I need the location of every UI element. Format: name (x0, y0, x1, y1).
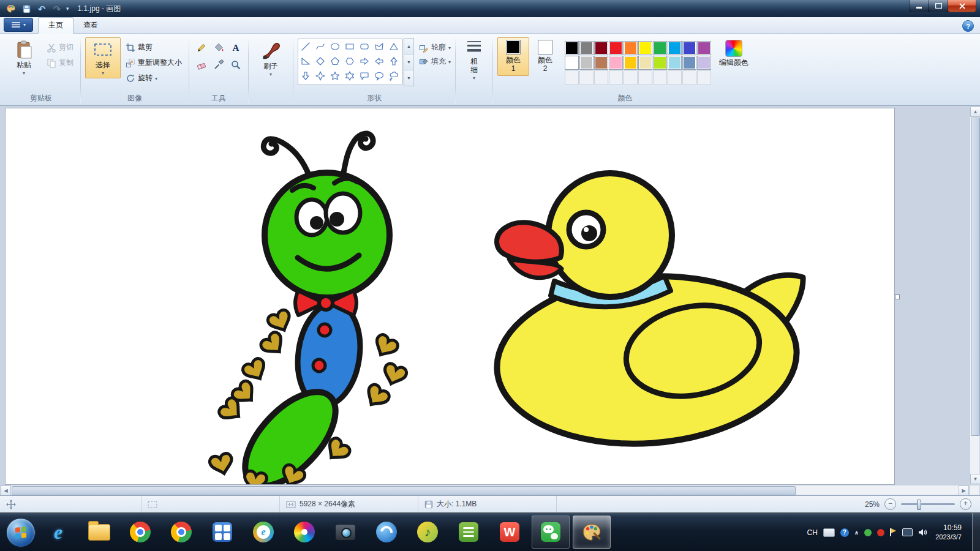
palette-swatch[interactable] (609, 56, 623, 70)
canvas-resize-handle-right[interactable] (895, 294, 900, 299)
scroll-up-icon[interactable]: ▲ (970, 107, 980, 117)
application-menu-button[interactable]: ▾ (4, 18, 33, 32)
shape-callout-cloud[interactable] (386, 69, 401, 83)
shape-rectangle[interactable] (342, 39, 357, 54)
shape-arrow-left[interactable] (372, 54, 386, 69)
taskbar-paint-icon[interactable] (573, 515, 611, 549)
palette-empty-slot[interactable] (579, 70, 594, 84)
tab-home[interactable]: 主页 (38, 17, 74, 34)
palette-empty-slot[interactable] (609, 70, 623, 84)
zoom-slider-thumb[interactable] (917, 500, 921, 510)
palette-swatch[interactable] (697, 41, 711, 55)
zoom-slider[interactable] (901, 503, 955, 505)
shape-line[interactable] (298, 39, 313, 54)
palette-swatch[interactable] (609, 41, 623, 55)
palette-swatch[interactable] (579, 41, 594, 55)
size-button[interactable]: 粗细 ▾ (460, 37, 488, 83)
palette-swatch[interactable] (697, 56, 711, 70)
shape-curve[interactable] (313, 39, 328, 54)
eraser-tool-button[interactable] (194, 57, 209, 73)
shape-star-5[interactable] (328, 69, 342, 83)
shape-fill-button[interactable]: 填充 ▾ (419, 56, 451, 67)
taskbar-camera-app-icon[interactable] (326, 515, 364, 549)
palette-swatch[interactable] (579, 56, 594, 70)
palette-empty-slot[interactable] (565, 70, 579, 84)
scroll-left-icon[interactable]: ◀ (1, 485, 11, 496)
tab-view[interactable]: 查看 (74, 18, 108, 33)
palette-swatch[interactable] (565, 41, 579, 55)
resize-button[interactable]: 重新调整大小 (123, 56, 184, 69)
cut-button[interactable]: 剪切 (44, 41, 76, 54)
zoom-out-button[interactable]: − (884, 498, 896, 510)
outline-button[interactable]: 轮廓 ▾ (419, 42, 451, 53)
palette-swatch[interactable] (668, 56, 682, 70)
taskbar-chrome-icon[interactable] (121, 515, 159, 549)
taskbar-wps-office-icon[interactable]: W (491, 515, 529, 549)
palette-swatch[interactable] (594, 56, 608, 70)
help-icon[interactable]: ? (962, 20, 974, 32)
palette-swatch[interactable] (653, 56, 667, 70)
shape-arrow-right[interactable] (357, 54, 372, 69)
keyboard-icon[interactable] (823, 528, 835, 537)
clock[interactable]: 10:59 2023/3/7 (935, 523, 962, 542)
shape-diamond[interactable] (313, 54, 328, 69)
edit-colors-button[interactable]: 编辑颜色 (715, 37, 753, 70)
taskbar-internet-explorer-icon[interactable]: e (39, 515, 77, 549)
shape-arrow-down[interactable] (298, 69, 313, 83)
palette-swatch[interactable] (594, 41, 608, 55)
taskbar-blue-tiles-app-icon[interactable] (203, 515, 241, 549)
horizontal-scrollbar[interactable]: ◀ ▶ (0, 485, 970, 495)
palette-empty-slot[interactable] (624, 70, 638, 84)
language-indicator[interactable]: CH (807, 528, 818, 537)
palette-empty-slot[interactable] (594, 70, 608, 84)
palette-swatch[interactable] (638, 41, 652, 55)
palette-empty-slot[interactable] (697, 70, 711, 84)
select-button[interactable]: 选择 ▾ (85, 37, 121, 78)
ime-help-icon[interactable]: ? (840, 528, 849, 537)
save-button[interactable] (20, 2, 32, 15)
shape-hexagon[interactable] (342, 54, 357, 69)
shape-pentagon[interactable] (328, 54, 342, 69)
shape-polygon[interactable] (372, 39, 386, 54)
magnifier-tool-button[interactable] (228, 57, 244, 73)
shape-callout-rounded[interactable] (357, 69, 372, 83)
paste-button[interactable]: 粘贴 ▾ (6, 37, 42, 78)
maximize-button[interactable] (929, 0, 948, 12)
start-button[interactable] (6, 518, 36, 547)
palette-swatch[interactable] (624, 56, 638, 70)
network-icon[interactable] (902, 528, 913, 536)
rotate-button[interactable]: 旋转 ▾ (123, 72, 184, 84)
palette-swatch[interactable] (624, 41, 638, 55)
color1-button[interactable]: 颜色 1 (497, 37, 529, 76)
scroll-right-icon[interactable]: ▶ (959, 485, 969, 496)
color2-button[interactable]: 颜色 2 (529, 37, 561, 76)
shape-star-4[interactable] (313, 69, 328, 83)
qat-dropdown-icon[interactable]: ▾ (66, 6, 69, 12)
shapes-gallery-expand-icon[interactable]: ▼ (404, 70, 414, 86)
palette-swatch[interactable] (668, 41, 682, 55)
undo-button[interactable]: ↶ (36, 2, 48, 15)
minimize-button[interactable] (910, 0, 929, 12)
taskbar-pinwheel-app-icon[interactable] (285, 515, 323, 549)
palette-empty-slot[interactable] (638, 70, 652, 84)
taskbar-chrome-2-icon[interactable] (162, 515, 200, 549)
text-tool-button[interactable]: A (228, 40, 244, 56)
taskbar-file-explorer-icon[interactable] (80, 515, 118, 549)
shape-triangle[interactable] (386, 39, 401, 54)
palette-empty-slot[interactable] (653, 70, 667, 84)
brushes-button[interactable]: 刷子 ▾ (253, 37, 288, 80)
action-center-flag-icon[interactable] (890, 528, 897, 536)
volume-icon[interactable] (918, 528, 927, 536)
shapes-scroll-up-icon[interactable]: ▲ (404, 38, 414, 54)
shape-rounded-rectangle[interactable] (357, 39, 372, 54)
scroll-down-icon[interactable]: ▼ (970, 474, 980, 484)
shape-ellipse[interactable] (328, 39, 342, 54)
shape-star-6[interactable] (342, 69, 357, 83)
palette-swatch[interactable] (638, 56, 652, 70)
copy-button[interactable]: 复制 (44, 56, 76, 69)
pencil-tool-button[interactable] (194, 40, 209, 56)
close-button[interactable] (948, 0, 976, 12)
zoom-in-button[interactable]: + (960, 498, 971, 510)
crop-button[interactable]: 裁剪 (123, 41, 184, 54)
palette-swatch[interactable] (682, 41, 696, 55)
